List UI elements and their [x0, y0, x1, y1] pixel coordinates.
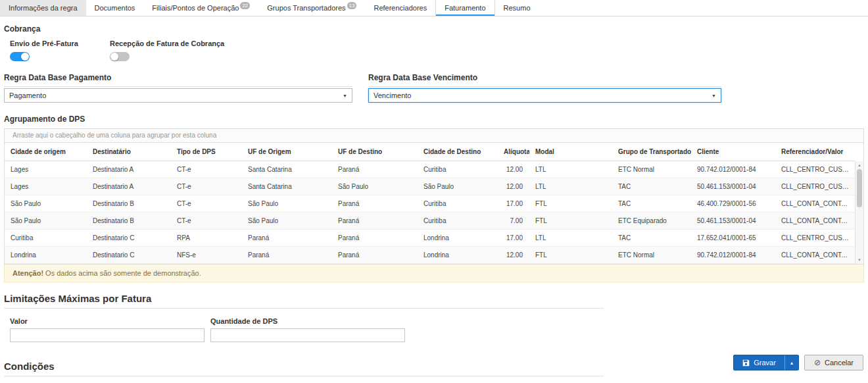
warning-text: Os dados acima são somente de demonstraç… — [43, 269, 201, 277]
column-header-destinatario[interactable]: Destinatário — [87, 143, 171, 161]
tab-referenciadores[interactable]: Referenciadores — [365, 0, 435, 16]
table-cell: Lages — [5, 161, 87, 178]
table-cell: Paraná — [332, 213, 418, 230]
table-cell: NFS-e — [171, 247, 242, 264]
table-cell: Curitiba — [418, 195, 498, 213]
column-header-cidade-de-origem[interactable]: Cidade de origem — [5, 143, 87, 161]
table-cell: Destinatario A — [87, 178, 171, 195]
table-cell: 17.00 — [498, 230, 529, 247]
tab-filiais-pontos-de-operacao[interactable]: Filiais/Pontos de Operação22 — [143, 0, 258, 16]
tab-grupos-transportadores[interactable]: Grupos Transportadores13 — [258, 0, 365, 16]
toggle-label: Recepção de Fatura de Cobrança — [110, 39, 224, 47]
save-button[interactable]: Gravar — [734, 355, 784, 370]
table-cell: Lages — [5, 178, 87, 195]
table-row[interactable]: LagesDestinatario ACT-eSanta CatarinaPar… — [5, 161, 855, 178]
table-row[interactable]: LagesDestinatario ACT-eSanta CatarinaSão… — [5, 178, 855, 195]
column-header-tipo-de-dps[interactable]: Tipo de DPS — [171, 143, 242, 161]
column-header-referenciador-valor[interactable]: Referenciador/Valor — [775, 143, 855, 161]
table-cell: Destinatario B — [87, 195, 171, 213]
table-cell: Destinatario A — [87, 161, 171, 178]
grid-scrollbar[interactable]: ▲ ▼ — [855, 161, 863, 264]
select-value: Vencimento — [374, 91, 411, 99]
tab-badge: 22 — [240, 2, 250, 9]
table-cell: 7.00 — [498, 213, 529, 230]
quantidade-dps-input[interactable] — [210, 328, 405, 342]
group-by-bar[interactable]: Arraste aqui o cabeçalho de uma coluna p… — [5, 129, 863, 143]
table-row[interactable]: LondrinaDestinatario CNFS-eParanáParanáL… — [5, 247, 855, 264]
dps-grid: Arraste aqui o cabeçalho de uma coluna p… — [4, 128, 864, 265]
select-regra-vencimento[interactable]: Vencimento ▼ — [368, 88, 721, 103]
table-cell: CLL_CONTA_CONTABIL: DEPART_A — [775, 195, 855, 213]
table-cell: 12.00 — [498, 161, 529, 178]
tab-label: Filiais/Pontos de Operação — [152, 4, 239, 12]
table-cell: Destinatario C — [87, 230, 171, 247]
toggle-envio-pre-fatura[interactable] — [10, 52, 30, 61]
table-cell: São Paulo — [332, 178, 418, 195]
table-cell: São Paulo — [242, 195, 332, 213]
toggle-knob — [110, 53, 118, 61]
table-cell: TAC — [612, 195, 691, 213]
table-cell: 90.742.012/0001-84 — [691, 161, 775, 178]
table-cell: Paraná — [242, 247, 332, 264]
section-agrupamento: Agrupamento de DPS Arraste aqui o cabeça… — [4, 115, 864, 282]
column-header-grupo-de-transportador[interactable]: Grupo de Transportador — [612, 143, 691, 161]
caret-up-icon: ▴ — [790, 360, 793, 366]
tab-label: Faturamento — [445, 4, 485, 12]
table-cell: Londrina — [5, 247, 87, 264]
table-cell: TAC — [612, 230, 691, 247]
scroll-down-icon[interactable]: ▼ — [857, 257, 861, 263]
column-header-cidade-de-destino[interactable]: Cidade de Destino — [418, 143, 498, 161]
column-header-modal[interactable]: Modal — [529, 143, 612, 161]
section-cobranca: Cobrança Envio de Pré-Fatura Recepção de… — [4, 24, 864, 61]
tab-label: Grupos Transportadores — [267, 4, 345, 12]
table-cell: Destinatario C — [87, 247, 171, 264]
table-cell: São Paulo — [5, 213, 87, 230]
table-cell: ETC Normal — [612, 161, 691, 178]
table-cell: CT-e — [171, 195, 242, 213]
table-cell: LTL — [529, 230, 612, 247]
scrollbar-thumb[interactable] — [857, 169, 862, 207]
tab-faturamento[interactable]: Faturamento — [435, 0, 494, 16]
scrollbar-track[interactable] — [856, 168, 863, 257]
cancel-button[interactable]: ⊘ Cancelar — [804, 355, 863, 370]
table-cell: Paraná — [332, 247, 418, 264]
column-header-cliente[interactable]: Cliente — [691, 143, 775, 161]
grid-table: Cidade de origemDestinatárioTipo de DPSU… — [5, 143, 855, 264]
table-cell: Paraná — [242, 230, 332, 247]
column-header-uf-de-origem[interactable]: UF de Origem — [242, 143, 332, 161]
table-cell: CLL_CONTA_CONTABIL: DEPART_A — [775, 247, 855, 264]
table-cell: RPA — [171, 230, 242, 247]
tab-documentos[interactable]: Documentos — [86, 0, 144, 16]
tab-informacoes-da-regra[interactable]: Informações da regra — [0, 0, 86, 16]
column-header-aliquota[interactable]: Alíquota — [498, 143, 529, 161]
table-cell: FTL — [529, 213, 612, 230]
save-split-button: Gravar ▴ — [733, 355, 799, 370]
table-cell: Curitiba — [5, 230, 87, 247]
table-row[interactable]: CuritibaDestinatario CRPAParanáParanáLon… — [5, 230, 855, 247]
table-cell: CT-e — [171, 213, 242, 230]
tab-label: Resumo — [504, 4, 531, 12]
section-limitacoes: Limitações Máximas por Fatura Valor Quan… — [4, 293, 864, 342]
table-cell: LTL — [529, 161, 612, 178]
table-cell: 50.461.153/0001-04 — [691, 213, 775, 230]
valor-input[interactable] — [10, 328, 205, 342]
toggle-group-envio-pre-fatura: Envio de Pré-Fatura — [10, 39, 110, 61]
table-cell: ETC Normal — [612, 247, 691, 264]
table-cell: Santa Catarina — [242, 178, 332, 195]
table-row[interactable]: São PauloDestinatario BCT-eSão PauloPara… — [5, 213, 855, 230]
toggle-recepcao-fatura[interactable] — [110, 52, 130, 61]
column-header-uf-de-destino[interactable]: UF de Destino — [332, 143, 418, 161]
table-cell: 17.00 — [498, 195, 529, 213]
table-cell: Paraná — [332, 195, 418, 213]
table-cell: Londrina — [418, 247, 498, 264]
tab-label: Documentos — [95, 4, 135, 12]
tab-resumo[interactable]: Resumo — [495, 0, 539, 16]
save-dropdown-toggle[interactable]: ▴ — [784, 355, 798, 370]
select-regra-pagamento[interactable]: Pagamento ▼ — [4, 88, 352, 103]
section-title-agrupamento: Agrupamento de DPS — [4, 115, 864, 124]
grid-header-row: Cidade de origemDestinatárioTipo de DPSU… — [5, 143, 855, 161]
tab-label: Informações da regra — [9, 4, 78, 12]
quantidade-dps-field-group: Quantidade de DPS — [210, 317, 405, 342]
table-row[interactable]: São PauloDestinatario BCT-eSão PauloPara… — [5, 195, 855, 213]
scroll-up-icon[interactable]: ▲ — [857, 163, 861, 168]
